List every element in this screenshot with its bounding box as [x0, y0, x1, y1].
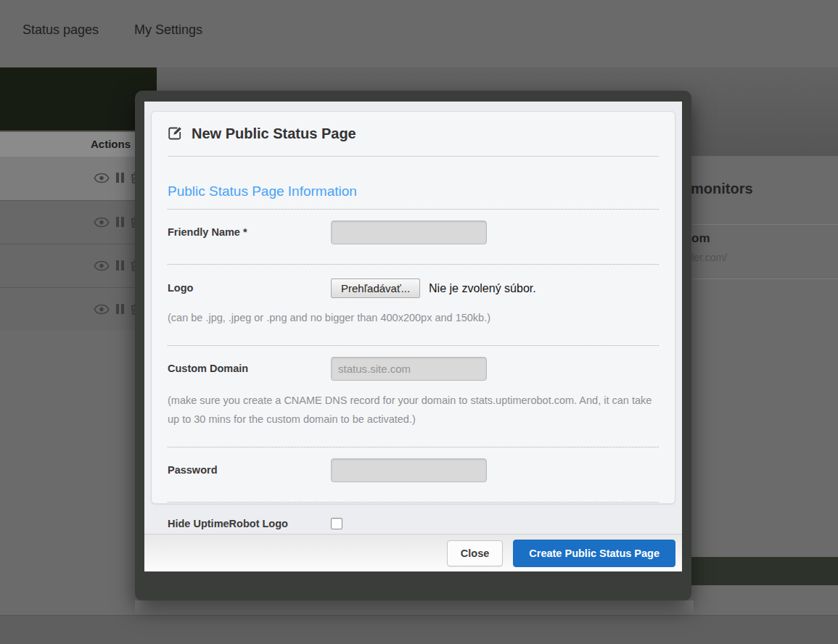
dotted-divider: [168, 264, 659, 265]
password-row: Password: [168, 447, 659, 492]
custom-domain-input[interactable]: [331, 357, 487, 381]
pause-icon[interactable]: [116, 173, 124, 183]
nav-status-pages[interactable]: Status pages: [22, 22, 99, 38]
divider: [689, 224, 838, 225]
actions-column-header: Actions: [0, 132, 157, 157]
view-eye-icon[interactable]: [94, 217, 110, 231]
hide-logo-label: Hide UptimeRobot Logo: [168, 518, 331, 529]
custom-domain-label: Custom Domain: [168, 363, 331, 374]
nav-my-settings[interactable]: My Settings: [134, 22, 202, 38]
divider: [168, 156, 659, 157]
background-dark-footer-bar: [691, 557, 838, 585]
top-nav: Status pages My Settings: [0, 0, 838, 67]
friendly-name-row: Friendly Name *: [168, 210, 659, 255]
modal-form-panel: New Public Status Page Public Status Pag…: [151, 111, 675, 504]
modal-content: New Public Status Page Public Status Pag…: [144, 102, 682, 571]
view-eye-icon[interactable]: [94, 304, 110, 318]
logo-help-text: (can be .jpg, .jpeg or .png and no bigge…: [168, 307, 658, 336]
table-row: [0, 287, 157, 330]
password-input[interactable]: [331, 458, 487, 482]
logo-row: Logo Prehľadávať...Nie je zvolený súbor.: [168, 269, 659, 307]
divider: [689, 278, 838, 279]
no-file-selected-text: Nie je zvolený súbor.: [429, 282, 536, 294]
friendly-name-label: Friendly Name *: [168, 226, 331, 238]
table-row: [0, 200, 157, 244]
monitor-url-fragment: ler.com/: [691, 252, 727, 263]
background-dark-header-block: [0, 67, 157, 131]
modal-footer: Close Create Public Status Page: [144, 534, 682, 571]
browse-file-button[interactable]: Prehľadávať...: [331, 278, 420, 298]
page-bottom-area: [0, 615, 838, 644]
table-row: [0, 157, 157, 200]
view-eye-icon[interactable]: [94, 260, 110, 274]
section-heading: Public Status Page Information: [168, 183, 659, 199]
pause-icon[interactable]: [116, 217, 124, 227]
pause-icon[interactable]: [116, 260, 124, 271]
password-label: Password: [168, 464, 331, 476]
view-eye-icon[interactable]: [94, 173, 110, 186]
hide-logo-checkbox[interactable]: [331, 518, 342, 529]
new-status-page-modal: New Public Status Page Public Status Pag…: [135, 91, 691, 600]
monitor-name-fragment: om: [691, 231, 710, 246]
edit-pencil-icon: [168, 125, 183, 144]
modal-title: New Public Status Page: [192, 125, 356, 142]
custom-domain-help-text: (make sure you create a CNAME DNS record…: [168, 391, 658, 437]
custom-domain-row: Custom Domain: [168, 346, 659, 391]
table-row: [0, 244, 157, 287]
modal-header: New Public Status Page: [168, 124, 659, 144]
pause-icon[interactable]: [116, 304, 124, 314]
friendly-name-input[interactable]: [331, 220, 487, 244]
create-status-page-button[interactable]: Create Public Status Page: [513, 540, 675, 567]
monitors-column-heading-fragment: monitors: [691, 181, 753, 197]
logo-label: Logo: [168, 282, 331, 294]
background-page-bottom-edge: [135, 600, 694, 615]
close-button[interactable]: Close: [447, 540, 504, 566]
actions-column-label: Actions: [91, 138, 131, 150]
